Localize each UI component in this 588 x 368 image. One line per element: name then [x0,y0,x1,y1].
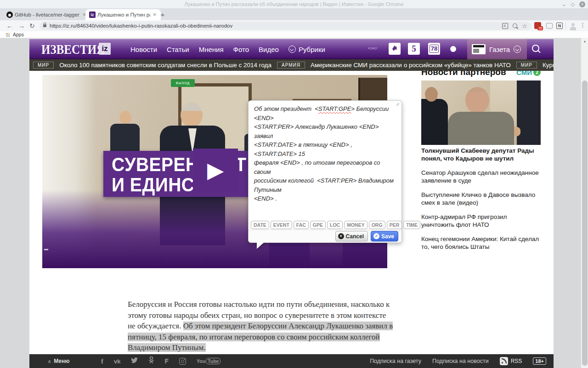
subscribe-paper-link[interactable]: Подписка на газету [370,358,421,364]
new-tab-button[interactable]: + [157,9,168,20]
sidebar-news-link[interactable]: Выступление Кличко в Давосе вызвало смех… [421,191,542,207]
cancel-x-icon: × [338,233,344,239]
nav-news[interactable]: Новости [130,46,157,53]
video-person-lukashenko [181,103,203,127]
tag-org-button[interactable]: ORG [369,221,385,229]
channel78-icon[interactable]: 78 [428,43,440,55]
minimize-icon[interactable]: ⌄ [562,1,566,7]
nav-rubrics[interactable]: Рубрики [288,46,325,53]
youtube-tube: Tube [206,358,220,364]
twitter-icon[interactable] [131,357,138,365]
extension-badge: 25 [537,26,543,30]
tag-gpe-button[interactable]: GPE [310,221,326,229]
video-person [119,111,131,125]
tag-per-button[interactable]: PER [387,221,402,229]
scrollbar-up-icon[interactable]: ▲ [581,40,588,43]
n-extension-icon[interactable]: N [556,23,563,29]
zoom-icon[interactable] [513,23,517,28]
nav-photo[interactable]: Фото [233,46,249,53]
sidebar-news-link[interactable]: Сенатор Арашуков сделал неожиданное заяв… [421,169,542,184]
window-title: Лукашенко и Путин рассказали об объедине… [0,0,588,8]
ticker-headline[interactable]: Американские СМИ рассказали о российском… [311,62,511,69]
odnoklassniki-icon[interactable] [149,356,154,366]
facebook-icon[interactable]: f [101,357,103,365]
flipboard-icon[interactable]: F [164,357,169,365]
sidebar-photo[interactable] [421,80,541,145]
sidebar-news-link[interactable]: Толкнувший Скабееву депутат Рады понял, … [421,147,542,162]
menu-button[interactable]: ∧ Меню [48,354,70,368]
tag-date-button[interactable]: DATE [251,221,269,229]
url-text[interactable]: https://iz.ru/846340/video/lukashenko-i-… [50,23,502,29]
omnibox-actions: ☆ [502,23,527,29]
search-icon[interactable] [532,45,539,52]
iz-logo-icon[interactable]: iz [99,43,111,55]
photo-person-main [448,112,514,145]
tab-close-icon[interactable]: × [152,12,157,18]
annotation-text: > Белоруссии <END> <START:PER> Александр… [254,105,396,202]
popup-tail [257,242,265,249]
ticker-tag[interactable]: МИР [516,62,537,69]
apps-grid-icon[interactable] [6,33,10,37]
bookmark-star-icon[interactable]: ☆ [522,23,527,29]
ticker-headline[interactable]: Около 100 памятников советским солдатам … [59,62,271,69]
toolbar-divider [565,23,566,29]
tag-money-button[interactable]: MONEY [344,221,368,229]
ticker-tag[interactable]: МИР [33,62,54,69]
tag-time-button[interactable]: TIME [403,221,420,229]
forward-icon[interactable]: → [18,22,25,30]
social-icons: f vk F You Tube [101,354,220,368]
sidebar-news-link[interactable]: Контр-адмирал РФ пригрозил уничтожить фл… [421,213,542,229]
youtube-icon[interactable]: You Tube [197,358,220,364]
back-icon[interactable]: ← [6,22,13,30]
gazeta-label: Газета [489,46,510,53]
footer-right: Подписка на газету Подписка на новости R… [370,354,546,368]
chevron-up-icon: ∧ [48,359,51,364]
nav-opinions[interactable]: Мнения [199,46,224,53]
tab-github[interactable]: GitHub - livelace/ner-tagger: × [3,9,91,20]
rss-icon [500,357,508,365]
news-ticker: МИР Около 100 памятников советским солда… [29,59,554,71]
site-footer-bar: ∧ Меню f vk F You Tube Подп [29,354,554,368]
tab-title: Лукашенко и Путин расска [97,12,150,17]
nav-video[interactable]: Видео [259,46,279,53]
refresh-icon[interactable]: ↻ [29,22,35,30]
tab-izvestia[interactable]: iz Лукашенко и Путин расска × [85,9,161,20]
tag-loc-button[interactable]: LOC [327,221,343,229]
sidebar-news-link[interactable]: Конец гегемонии Америки: Китай сделал то… [421,235,542,251]
annotation-popup: ✎ Об этом президент <START:GPE> Белорусс… [248,100,402,243]
browser-toolbar: ← → ↻ https://iz.ru/846340/video/lukashe… [0,20,588,32]
izvestia-logo[interactable]: ИЗВЕСТИЯ [41,42,105,57]
translate-icon[interactable] [502,23,508,29]
instagram-icon[interactable] [179,358,186,365]
save-button[interactable]: ✓ Save [371,231,398,242]
ren-tv-icon[interactable] [389,43,401,55]
play-button[interactable]: ▶ [193,149,238,192]
save-check-icon: ✓ [373,233,379,239]
vk-icon[interactable]: vk [114,358,120,365]
annotation-text-misspelled: START:GPE [318,105,351,112]
apps-label[interactable]: Apps [13,32,24,37]
extension-icon[interactable]: 25 [534,22,541,29]
subscribe-news-link[interactable]: Подписка на новости [432,358,489,364]
scrollbar-thumb[interactable] [582,80,588,366]
nav-articles[interactable]: Статьи [167,46,189,53]
comment-extension-icon[interactable] [546,23,553,29]
tag-fac-button[interactable]: FAC [294,221,309,229]
channel5-icon[interactable]: 5 [408,43,420,55]
entity-tag-row: DATE EVENT FAC GPE LOC MONEY ORG PER TIM… [251,221,399,229]
photo-person [425,87,438,102]
address-bar[interactable]: https://iz.ru/846340/video/lukashenko-i-… [40,22,531,30]
menu-dots-icon[interactable]: ⋮ [580,22,586,29]
scrollbar[interactable]: ▲ [581,38,588,368]
tab-strip: GitHub - livelace/ner-tagger: × iz Лукаш… [0,8,588,20]
cancel-button[interactable]: × Cancel [335,231,368,242]
gazeta-menu[interactable]: Газета [467,39,527,59]
rss-link[interactable]: RSS [500,357,522,365]
video-progress-tick [44,249,48,250]
maximize-icon[interactable]: ◇ [571,1,575,7]
close-icon[interactable]: × [579,1,585,7]
ticker-headline[interactable]: Курц напомн [543,62,554,69]
tag-event-button[interactable]: EVENT [271,221,292,229]
annotation-textarea[interactable]: Об этом президент <START:GPE> Белоруссии… [249,101,401,218]
ticker-tag[interactable]: АРМИЯ [277,62,305,69]
